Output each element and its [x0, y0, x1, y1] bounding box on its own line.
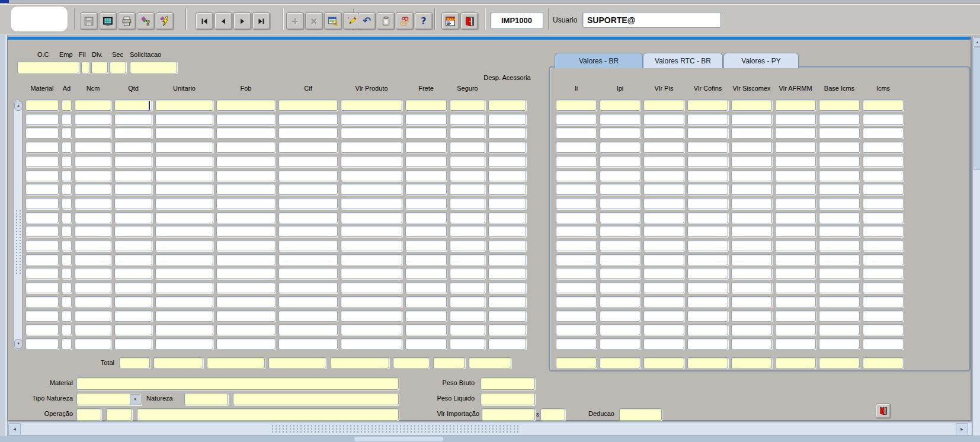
- deducao-field[interactable]: [619, 408, 662, 421]
- grid-cell-vlr-afrmm[interactable]: [775, 268, 816, 279]
- grid-cell-qtd[interactable]: [114, 254, 152, 265]
- grid-cell-ii[interactable]: [556, 268, 597, 279]
- grid-cell-desp-acessoria[interactable]: [488, 282, 526, 293]
- grid-cell-vlr-afrmm[interactable]: [775, 170, 816, 181]
- grid-cell-qtd[interactable]: [114, 184, 152, 195]
- grid-cell-vlr-afrmm[interactable]: [775, 296, 816, 308]
- grid-cell-frete[interactable]: [405, 282, 447, 293]
- grid-cell-vlr-pis[interactable]: [643, 296, 684, 308]
- grid-cell-unitario[interactable]: [155, 212, 213, 223]
- grid-cell-vlr-pis[interactable]: [643, 310, 684, 322]
- grid-cell-qtd[interactable]: [114, 282, 152, 293]
- grid-cell-icms[interactable]: [863, 338, 904, 350]
- grid-cell-vlr-afrmm[interactable]: [775, 127, 816, 139]
- grid-cell-seguro[interactable]: [450, 156, 485, 167]
- grid-cell-frete[interactable]: [405, 268, 447, 279]
- grid-cell-desp-acessoria[interactable]: [488, 114, 526, 125]
- grid-cell-icms[interactable]: [863, 156, 904, 167]
- grid-cell-material[interactable]: [25, 184, 59, 195]
- grid-cell-fob[interactable]: [216, 127, 276, 139]
- grid-cell-desp-acessoria[interactable]: [488, 268, 526, 279]
- grid-cell-ad[interactable]: [62, 296, 72, 308]
- grid-cell-vlr-produto[interactable]: [341, 338, 402, 350]
- next-record-button[interactable]: [233, 12, 251, 30]
- grid-cell-cif[interactable]: [278, 310, 338, 322]
- grid-cell-base-icms[interactable]: [819, 142, 860, 153]
- operacao-code2-field[interactable]: [106, 408, 132, 421]
- grid-cell-icms[interactable]: [863, 324, 904, 335]
- keys-button[interactable]: [396, 12, 414, 30]
- grid-cell-ii[interactable]: [556, 296, 597, 308]
- grid-cell-vlr-cofins[interactable]: [687, 170, 728, 181]
- grid-cell-icms[interactable]: [863, 142, 904, 153]
- grid-cell-base-icms[interactable]: [819, 226, 860, 237]
- grid-cell-qtd[interactable]: [114, 296, 152, 308]
- grid-cell-vlr-pis[interactable]: [643, 212, 684, 223]
- grid-cell-ipi[interactable]: [600, 296, 640, 308]
- grid-cell-material[interactable]: [25, 142, 59, 153]
- grid-cell-vlr-produto[interactable]: [341, 142, 402, 153]
- grid-cell-ad[interactable]: [62, 226, 72, 237]
- fil-field[interactable]: [91, 61, 108, 73]
- grid-cell-unitario[interactable]: [155, 100, 213, 111]
- grid-cell-vlr-afrmm[interactable]: [775, 324, 816, 335]
- grid-cell-base-icms[interactable]: [819, 254, 860, 265]
- grid-cell-ad[interactable]: [62, 338, 72, 350]
- footer-exit-button[interactable]: [876, 403, 891, 418]
- grid-cell-ad[interactable]: [62, 282, 72, 293]
- vlr-importacao-field[interactable]: [482, 408, 535, 421]
- grid-cell-qtd[interactable]: [114, 127, 152, 139]
- grid-cell-ncm[interactable]: [75, 100, 111, 111]
- grid-cell-fob[interactable]: [216, 100, 276, 111]
- grid-cell-unitario[interactable]: [155, 114, 213, 125]
- grid-cell-unitario[interactable]: [155, 268, 213, 279]
- grid-cell-vlr-pis[interactable]: [643, 282, 684, 293]
- grid-cell-cif[interactable]: [278, 198, 338, 209]
- grid-cell-base-icms[interactable]: [819, 184, 860, 195]
- user-field[interactable]: SUPORTE@: [582, 12, 721, 28]
- grid-cell-vlr-pis[interactable]: [643, 114, 684, 125]
- grid-cell-vlr-afrmm[interactable]: [775, 198, 816, 209]
- grid-cell-qtd[interactable]: [114, 142, 152, 153]
- grid-scroll-down-button[interactable]: ▾: [14, 339, 23, 349]
- grid-cell-fob[interactable]: [216, 142, 276, 153]
- grid-cell-frete[interactable]: [405, 198, 447, 209]
- grid-cell-base-icms[interactable]: [819, 240, 860, 251]
- grid-cell-vlr-produto[interactable]: [341, 184, 402, 195]
- grid-cell-unitario[interactable]: [155, 310, 213, 322]
- grid-cell-desp-acessoria[interactable]: [488, 254, 526, 265]
- grid-cell-ncm[interactable]: [75, 184, 111, 195]
- grid-cell-ipi[interactable]: [600, 324, 640, 335]
- grid-cell-vlr-siscomex[interactable]: [731, 170, 772, 181]
- grid-cell-fob[interactable]: [216, 254, 276, 265]
- grid-cell-vlr-afrmm[interactable]: [775, 100, 816, 111]
- grid-cell-frete[interactable]: [405, 240, 447, 251]
- grid-cell-desp-acessoria[interactable]: [488, 170, 526, 181]
- grid-cell-icms[interactable]: [863, 254, 904, 265]
- grid-cell-fob[interactable]: [216, 184, 276, 195]
- vscroll-up-button[interactable]: ▴: [973, 37, 980, 47]
- grid-cell-icms[interactable]: [863, 268, 904, 279]
- grid-cell-vlr-produto[interactable]: [341, 296, 402, 308]
- grid-cell-unitario[interactable]: [155, 282, 213, 293]
- grid-cell-ii[interactable]: [556, 198, 597, 209]
- grid-cell-material[interactable]: [25, 127, 59, 139]
- grid-cell-vlr-pis[interactable]: [643, 226, 684, 237]
- grid-cell-cif[interactable]: [278, 254, 338, 265]
- grid-cell-material[interactable]: [25, 212, 59, 223]
- grid-cell-icms[interactable]: [863, 170, 904, 181]
- grid-cell-ad[interactable]: [62, 254, 72, 265]
- grid-cell-vlr-afrmm[interactable]: [775, 310, 816, 322]
- natureza-code-field[interactable]: [184, 393, 228, 405]
- grid-cell-vlr-cofins[interactable]: [687, 184, 728, 195]
- grid-cell-ipi[interactable]: [600, 338, 640, 350]
- grid-cell-vlr-produto[interactable]: [341, 100, 402, 111]
- menu-button[interactable]: Menu: [441, 12, 459, 30]
- grid-cell-ncm[interactable]: [75, 296, 111, 308]
- grid-cell-vlr-pis[interactable]: [643, 268, 684, 279]
- tab-valores-br[interactable]: Valores - BR: [555, 53, 643, 68]
- grid-cell-vlr-cofins[interactable]: [687, 338, 728, 350]
- grid-cell-vlr-pis[interactable]: [643, 254, 684, 265]
- print-button[interactable]: [118, 12, 136, 30]
- grid-cell-vlr-produto[interactable]: [341, 268, 402, 279]
